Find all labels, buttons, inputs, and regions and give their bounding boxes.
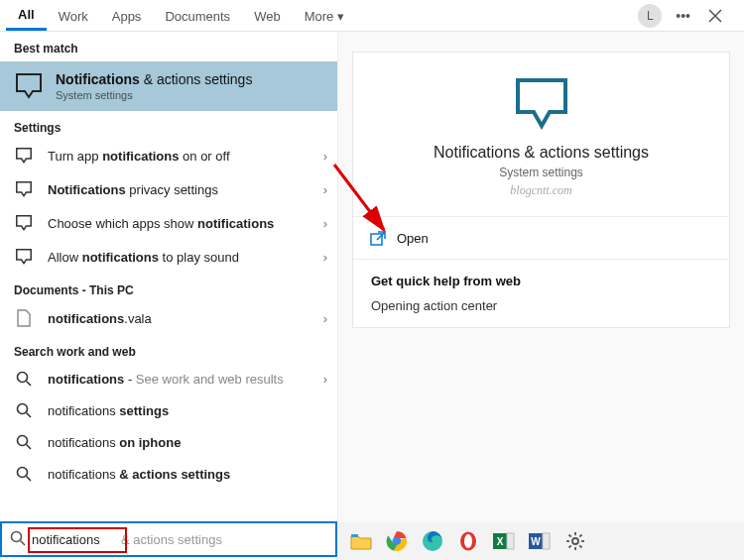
close-button[interactable] xyxy=(704,5,726,27)
settings-gear-icon[interactable] xyxy=(561,527,589,555)
best-match-subtitle: System settings xyxy=(56,89,252,101)
preview-title: Notifications & actions settings xyxy=(434,144,649,162)
svg-line-7 xyxy=(27,477,32,482)
web-row[interactable]: notifications on iphone xyxy=(0,426,337,458)
edge-icon[interactable] xyxy=(419,527,446,555)
document-row[interactable]: notifications.vala › xyxy=(0,301,337,335)
tab-web[interactable]: Web xyxy=(242,2,293,30)
settings-row[interactable]: Allow notifications to play sound › xyxy=(0,240,337,274)
web-row[interactable]: notifications & actions settings xyxy=(0,458,337,490)
svg-rect-12 xyxy=(351,534,358,537)
tab-work[interactable]: Work xyxy=(47,2,100,30)
tab-documents[interactable]: Documents xyxy=(153,2,242,30)
row-label: notifications.vala xyxy=(48,311,313,326)
notifications-icon xyxy=(10,180,38,198)
notifications-icon xyxy=(10,147,38,165)
search-icon xyxy=(10,434,38,450)
row-label: Turn app notifications on or off xyxy=(48,149,313,164)
best-match-header: Best match xyxy=(0,32,337,61)
search-icon xyxy=(10,530,26,549)
account-avatar[interactable]: L xyxy=(638,4,662,28)
search-input[interactable] xyxy=(32,532,121,547)
notifications-icon xyxy=(10,248,38,266)
search-icon xyxy=(10,402,38,418)
search-icon xyxy=(10,371,38,387)
svg-point-4 xyxy=(18,436,28,446)
windows-search-panel: All Work Apps Documents Web More ▾ L •••… xyxy=(0,0,744,560)
chevron-right-icon: › xyxy=(323,149,327,164)
open-icon xyxy=(369,229,387,247)
search-icon xyxy=(10,466,38,482)
opera-icon[interactable] xyxy=(454,527,482,555)
best-match-result[interactable]: Notifications & actions settings System … xyxy=(0,61,337,111)
row-label: notifications settings xyxy=(48,403,327,418)
results-pane: Best match Notifications & actions setti… xyxy=(0,32,337,522)
open-action[interactable]: Open xyxy=(353,217,729,260)
svg-line-31 xyxy=(579,545,581,547)
settings-row[interactable]: Notifications privacy settings › xyxy=(0,172,337,206)
chevron-down-icon: ▾ xyxy=(337,9,344,24)
word-icon[interactable]: W xyxy=(526,527,554,555)
row-label: Choose which apps show notifications xyxy=(48,216,313,231)
settings-row[interactable]: Choose which apps show notifications › xyxy=(0,206,337,240)
svg-line-1 xyxy=(27,382,32,387)
svg-line-30 xyxy=(569,535,571,537)
notifications-icon xyxy=(10,214,38,232)
taskbar: X W xyxy=(337,522,744,560)
chevron-right-icon: › xyxy=(323,216,327,231)
settings-row[interactable]: Turn app notifications on or off › xyxy=(0,139,337,172)
svg-line-11 xyxy=(21,540,26,545)
svg-rect-21 xyxy=(507,533,514,549)
chrome-icon[interactable] xyxy=(383,527,411,555)
chevron-right-icon: › xyxy=(323,311,327,326)
svg-point-2 xyxy=(18,404,28,414)
help-link[interactable]: Opening action center xyxy=(371,298,711,313)
web-row[interactable]: notifications settings xyxy=(0,394,337,426)
svg-point-6 xyxy=(18,468,28,478)
file-icon xyxy=(10,309,38,327)
notifications-icon xyxy=(512,76,571,130)
more-options-button[interactable]: ••• xyxy=(672,4,694,28)
settings-header: Settings xyxy=(0,111,337,139)
watermark-text: blogcntt.com xyxy=(510,183,571,198)
open-label: Open xyxy=(397,231,429,246)
excel-icon[interactable]: X xyxy=(490,527,518,555)
search-suggestion-ghost: & actions settings xyxy=(121,532,222,547)
row-label: notifications - See work and web results xyxy=(48,372,313,387)
svg-line-3 xyxy=(27,413,32,418)
searchweb-header: Search work and web xyxy=(0,335,337,363)
notifications-icon xyxy=(12,69,46,103)
svg-line-32 xyxy=(579,535,581,537)
svg-point-0 xyxy=(18,373,28,383)
tab-apps[interactable]: Apps xyxy=(100,2,154,30)
scope-tabs: All Work Apps Documents Web More ▾ L ••• xyxy=(0,0,744,32)
svg-line-33 xyxy=(569,545,571,547)
row-label: Allow notifications to play sound xyxy=(48,250,313,265)
svg-point-25 xyxy=(572,538,578,544)
chevron-right-icon: › xyxy=(323,372,327,387)
chevron-right-icon: › xyxy=(323,182,327,197)
row-label: Notifications privacy settings xyxy=(48,182,313,197)
file-explorer-icon[interactable] xyxy=(347,527,375,555)
svg-text:X: X xyxy=(497,536,504,547)
help-title: Get quick help from web xyxy=(371,274,711,288)
svg-point-10 xyxy=(12,531,22,541)
svg-point-18 xyxy=(464,534,472,548)
row-label: notifications on iphone xyxy=(48,435,327,450)
preview-pane: Notifications & actions settings System … xyxy=(337,32,744,522)
tab-all[interactable]: All xyxy=(6,0,47,31)
documents-header: Documents - This PC xyxy=(0,274,337,301)
row-label: notifications & actions settings xyxy=(48,467,327,482)
search-box[interactable]: & actions settings xyxy=(0,521,337,557)
tab-more-label: More xyxy=(305,9,334,24)
best-match-title: Notifications & actions settings xyxy=(56,71,252,87)
svg-text:W: W xyxy=(531,536,541,547)
tab-more[interactable]: More ▾ xyxy=(293,2,357,30)
svg-rect-24 xyxy=(543,533,550,549)
svg-line-5 xyxy=(27,445,32,450)
preview-subtitle: System settings xyxy=(499,166,583,179)
chevron-right-icon: › xyxy=(323,250,327,265)
web-row[interactable]: notifications - See work and web results… xyxy=(0,363,337,394)
